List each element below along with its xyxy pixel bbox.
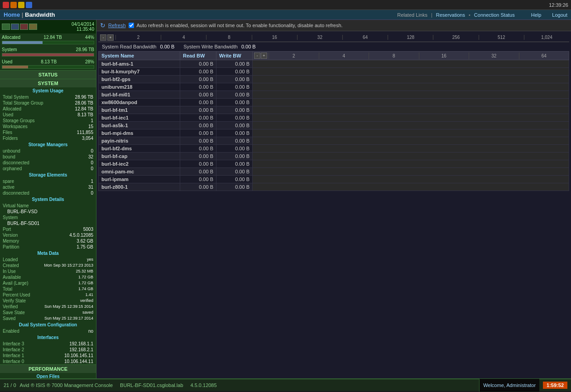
table-row[interactable]: burl-as5k-1 0.00 B 0.00 B bbox=[99, 122, 569, 129]
used-label: Used 8.13 TB 28% bbox=[2, 59, 94, 65]
home-link[interactable]: Home bbox=[4, 11, 20, 18]
scale-plus-btn[interactable]: + bbox=[107, 34, 114, 41]
metadata-row: Total1.74 GB bbox=[0, 286, 96, 292]
usage-row: Files111,855 bbox=[0, 129, 96, 135]
sidebar-icon-1 bbox=[2, 24, 10, 30]
element-rows: spare1active31disconnected0 bbox=[0, 178, 96, 196]
read-bw-cell: 0.00 B bbox=[180, 183, 216, 191]
read-bw-cell: 0.00 B bbox=[180, 129, 216, 137]
manager-row: orphaned0 bbox=[0, 166, 96, 172]
system-name-cell: burl-bf-ams-1 bbox=[99, 60, 180, 68]
close-btn[interactable] bbox=[3, 2, 9, 8]
table-row[interactable]: burl-bf-ams-1 0.00 B 0.00 B bbox=[99, 60, 569, 68]
bottom-version: 4.5.0.12085 bbox=[191, 382, 217, 388]
metadata-row: Save Statesaved bbox=[0, 310, 96, 316]
table-row[interactable]: burl-bf-tm1 0.00 B 0.00 B bbox=[99, 106, 569, 114]
used-bar-fill bbox=[2, 66, 28, 68]
help-link[interactable]: Help bbox=[531, 12, 542, 18]
scale-label: 64 bbox=[342, 35, 388, 40]
scale-minus-btn[interactable]: - bbox=[100, 34, 106, 41]
table-scale-plus[interactable]: + bbox=[261, 53, 267, 59]
bandwidth-table: System Name Read BW Write BW - + 2481632… bbox=[98, 51, 569, 191]
table-row[interactable]: burl-z800-1 0.00 B 0.00 B bbox=[99, 183, 569, 191]
graph-cell bbox=[253, 137, 569, 145]
sidebar-icon-2 bbox=[11, 24, 19, 30]
refresh-icon[interactable]: ↻ bbox=[100, 22, 106, 29]
table-row[interactable]: uniburvm218 0.00 B 0.00 B bbox=[99, 83, 569, 91]
table-row[interactable]: burl-bf2-dms 0.00 B 0.00 B bbox=[99, 145, 569, 153]
extra-btn[interactable] bbox=[26, 2, 32, 8]
sidebar-icon-4 bbox=[29, 24, 37, 30]
metadata-row: CreatedMon Sep 30 15:27:23 2013 bbox=[0, 263, 96, 268]
titlebar-left bbox=[3, 2, 32, 8]
table-row[interactable]: burl-mpi-dms 0.00 B 0.00 B bbox=[99, 129, 569, 137]
col-system-name: System Name bbox=[99, 52, 180, 60]
table-row[interactable]: bur-lt-kmurphy7 0.00 B 0.00 B bbox=[99, 68, 569, 76]
memory-row: Memory3.62 GB bbox=[0, 238, 96, 244]
table-row[interactable]: burl-bf2-gps 0.00 B 0.00 B bbox=[99, 76, 569, 83]
table-row[interactable]: burl-bf-iec1 0.00 B 0.00 B bbox=[99, 114, 569, 122]
graph-cell bbox=[253, 60, 569, 68]
system-section-title: SYSTEM bbox=[0, 79, 96, 87]
sidebar-time: 11:35:40 bbox=[40, 27, 94, 32]
bottom-welcome: Welcome, Administrator bbox=[479, 379, 539, 392]
read-bw-cell: 0.00 B bbox=[180, 137, 216, 145]
read-bw-cell: 0.00 B bbox=[180, 68, 216, 76]
table-row[interactable]: burl-bf-iec2 0.00 B 0.00 B bbox=[99, 160, 569, 168]
system-name-cell: burl-bf-tm1 bbox=[99, 106, 180, 114]
usage-row: Folders3,054 bbox=[0, 135, 96, 141]
used-bar-container: Used 8.13 TB 28% bbox=[0, 58, 96, 70]
system-bar-fill bbox=[2, 53, 94, 56]
header-links: Related Links | Reservations • Connectio… bbox=[397, 12, 567, 18]
manager-rows: unbound0bound32disconnected0orphaned0 bbox=[0, 148, 96, 172]
system-name-cell: uniburvm218 bbox=[99, 83, 180, 91]
version-row: Version4.5.0.12085 bbox=[0, 232, 96, 238]
connection-status-link[interactable]: Connection Status bbox=[474, 12, 515, 18]
graph-cell bbox=[253, 176, 569, 183]
storage-managers-title: Storage Managers bbox=[0, 141, 96, 148]
virtual-name-val: BURL-BF-VSD bbox=[0, 209, 96, 215]
table-row[interactable]: omni-pam-mc 0.00 B 0.00 B bbox=[99, 168, 569, 176]
graph-cell bbox=[253, 76, 569, 83]
maximize-btn[interactable] bbox=[18, 2, 24, 8]
table-row[interactable]: xw8600danpod 0.00 B 0.00 B bbox=[99, 99, 569, 106]
minimize-btn[interactable] bbox=[10, 2, 17, 8]
graph-cell bbox=[253, 99, 569, 106]
allocated-bar bbox=[2, 41, 94, 44]
table-row[interactable]: burl-ipmam 0.00 B 0.00 B bbox=[99, 176, 569, 183]
system-name-cell: payin-nitris bbox=[99, 137, 180, 145]
usage-row: Allocated12.84 TB bbox=[0, 106, 96, 112]
table-row[interactable]: burl-bf-cap 0.00 B 0.00 B bbox=[99, 153, 569, 160]
write-bw-cell: 0.00 B bbox=[216, 176, 253, 183]
top-scale-controls: - + bbox=[98, 34, 115, 41]
write-bw-cell: 0.00 B bbox=[216, 83, 253, 91]
table-row[interactable]: burl-bf-mi01 0.00 B 0.00 B bbox=[99, 91, 569, 99]
element-row: active31 bbox=[0, 184, 96, 190]
logout-link[interactable]: Logout bbox=[552, 12, 567, 18]
usage-row: Total Storage Group28.06 TB bbox=[0, 100, 96, 106]
read-bw-cell: 0.00 B bbox=[180, 160, 216, 168]
used-bar bbox=[2, 65, 94, 69]
table-scale-minus[interactable]: - bbox=[254, 53, 260, 59]
read-bw-cell: 0.00 B bbox=[180, 153, 216, 160]
table-row[interactable]: payin-nitris 0.00 B 0.00 B bbox=[99, 137, 569, 145]
welcome-text: Welcome, Administrator bbox=[483, 382, 536, 388]
usage-row: Workspaces15 bbox=[0, 124, 96, 129]
status-section-title: STATUS bbox=[0, 70, 96, 79]
bottom-server: BURL-BF-SD01.csglobal.lab bbox=[120, 382, 183, 388]
system-name-cell: burl-bf-cap bbox=[99, 153, 180, 160]
system-usage-title: System Usage bbox=[0, 87, 96, 94]
system-name-cell: burl-ipmam bbox=[99, 176, 180, 183]
current-page: Bandwidth bbox=[25, 11, 55, 18]
reservations-link[interactable]: Reservations bbox=[436, 12, 465, 18]
graph-cell bbox=[253, 145, 569, 153]
top-scale-labels: 2481632641282565121,024 bbox=[115, 35, 569, 40]
refresh-link[interactable]: Refresh bbox=[108, 23, 126, 28]
system-name-cell: burl-bf-iec1 bbox=[99, 114, 180, 122]
system-name-cell: burl-bf2-gps bbox=[99, 76, 180, 83]
graph-cell bbox=[253, 153, 569, 160]
scale-label: 4 bbox=[161, 35, 206, 40]
auto-refresh-checkbox[interactable] bbox=[129, 23, 134, 28]
bottom-bar: 21 / 0 Avid ® ISIS ® 7000 Management Con… bbox=[0, 378, 571, 391]
nav-header: Home | Bandwidth Related Links | Reserva… bbox=[0, 10, 571, 20]
